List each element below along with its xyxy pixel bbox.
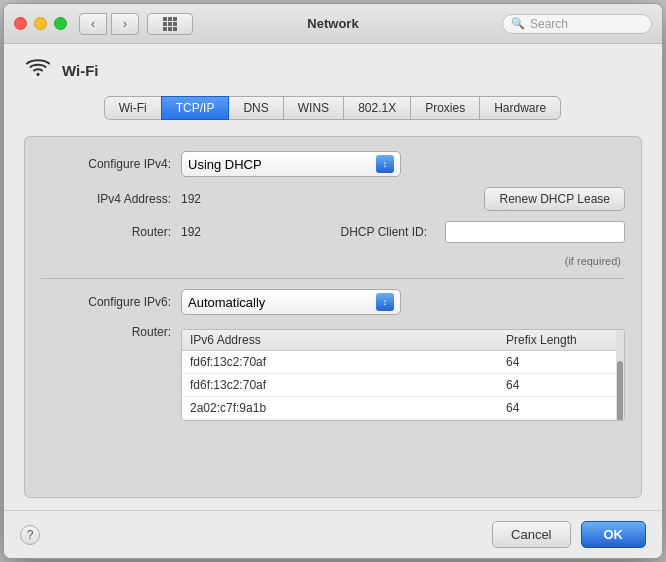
bottom-actions: Cancel OK: [492, 521, 646, 548]
ipv4-address-row: IPv4 Address: 192 Renew DHCP Lease: [41, 187, 625, 211]
dropdown-arrow-ipv6: ↕: [376, 293, 394, 311]
ipv6-prefix-col-header: Prefix Length: [506, 333, 616, 347]
wifi-icon: [24, 56, 52, 84]
configure-ipv6-value: Automatically: [188, 295, 265, 310]
window-title: Network: [307, 16, 358, 31]
table-row: fd6f:13c2:70af 64: [182, 351, 624, 374]
nav-buttons: ‹ ›: [79, 13, 139, 35]
ipv4-address-label: IPv4 Address:: [41, 192, 171, 206]
tab-dns[interactable]: DNS: [228, 96, 283, 120]
form-section: Configure IPv4: Using DHCP ↕ IPv4 Addres…: [24, 136, 642, 498]
close-button[interactable]: [14, 17, 27, 30]
traffic-lights: [14, 17, 67, 30]
ipv6-address-col-header: IPv6 Address: [190, 333, 506, 347]
search-bar[interactable]: 🔍 Search: [502, 14, 652, 34]
scrollbar-thumb[interactable]: [617, 361, 623, 421]
table-row: fd6f:13c2:70af 64: [182, 374, 624, 397]
dhcp-client-id-input[interactable]: [445, 221, 625, 243]
configure-ipv4-label: Configure IPv4:: [41, 157, 171, 171]
router-value: 192: [181, 225, 201, 239]
router-ipv6-row: Router: IPv6 Address Prefix Length fd6f:…: [41, 325, 625, 421]
wifi-label: Wi-Fi: [62, 62, 99, 79]
configure-ipv4-row: Configure IPv4: Using DHCP ↕: [41, 151, 625, 177]
ipv6-addr-2: 2a02:c7f:9a1b: [190, 401, 506, 415]
configure-ipv4-dropdown[interactable]: Using DHCP ↕: [181, 151, 401, 177]
ipv6-table: IPv6 Address Prefix Length fd6f:13c2:70a…: [181, 329, 625, 421]
router-label: Router:: [41, 225, 171, 239]
network-window: ‹ › Network 🔍 Search: [3, 3, 663, 559]
minimize-button[interactable]: [34, 17, 47, 30]
tab-wifi[interactable]: Wi-Fi: [104, 96, 162, 120]
configure-ipv4-value: Using DHCP: [188, 157, 262, 172]
ok-button[interactable]: OK: [581, 521, 647, 548]
if-required-row: (if required): [41, 253, 625, 268]
configure-ipv6-row: Configure IPv6: Automatically ↕: [41, 289, 625, 315]
ipv6-addr-0: fd6f:13c2:70af: [190, 355, 506, 369]
bottom-bar: ? Cancel OK: [4, 510, 662, 558]
grid-button[interactable]: [147, 13, 193, 35]
tab-8021x[interactable]: 802.1X: [343, 96, 411, 120]
tab-tcpip[interactable]: TCP/IP: [161, 96, 230, 120]
router-row: Router: 192 DHCP Client ID:: [41, 221, 625, 243]
tab-hardware[interactable]: Hardware: [479, 96, 561, 120]
dropdown-arrow-ipv4: ↕: [376, 155, 394, 173]
forward-button[interactable]: ›: [111, 13, 139, 35]
ipv6-prefix-1: 64: [506, 378, 616, 392]
router-ipv6-label: Router:: [41, 325, 171, 339]
configure-ipv6-dropdown[interactable]: Automatically ↕: [181, 289, 401, 315]
cancel-button[interactable]: Cancel: [492, 521, 570, 548]
ipv6-table-header: IPv6 Address Prefix Length: [182, 330, 624, 351]
help-button[interactable]: ?: [20, 525, 40, 545]
if-required-text: (if required): [565, 255, 621, 267]
dhcp-client-id-label: DHCP Client ID:: [341, 225, 427, 239]
main-content: Wi-Fi Wi-Fi TCP/IP DNS WINS 802.1X Proxi…: [4, 44, 662, 510]
configure-ipv6-label: Configure IPv6:: [41, 295, 171, 309]
ipv6-prefix-0: 64: [506, 355, 616, 369]
ipv6-prefix-2: 64: [506, 401, 616, 415]
titlebar: ‹ › Network 🔍 Search: [4, 4, 662, 44]
wifi-header: Wi-Fi: [24, 56, 642, 84]
tab-wins[interactable]: WINS: [283, 96, 344, 120]
maximize-button[interactable]: [54, 17, 67, 30]
separator: [41, 278, 625, 279]
back-button[interactable]: ‹: [79, 13, 107, 35]
tabs-bar: Wi-Fi TCP/IP DNS WINS 802.1X Proxies Har…: [24, 96, 642, 120]
svg-point-0: [37, 73, 40, 76]
tab-proxies[interactable]: Proxies: [410, 96, 480, 120]
grid-icon: [163, 17, 177, 31]
search-icon: 🔍: [511, 17, 525, 30]
renew-dhcp-button[interactable]: Renew DHCP Lease: [484, 187, 625, 211]
search-placeholder: Search: [530, 17, 568, 31]
table-row: 2a02:c7f:9a1b 64: [182, 397, 624, 420]
scrollbar-track[interactable]: [616, 330, 624, 420]
ipv4-address-value: 192: [181, 192, 201, 206]
ipv6-addr-1: fd6f:13c2:70af: [190, 378, 506, 392]
